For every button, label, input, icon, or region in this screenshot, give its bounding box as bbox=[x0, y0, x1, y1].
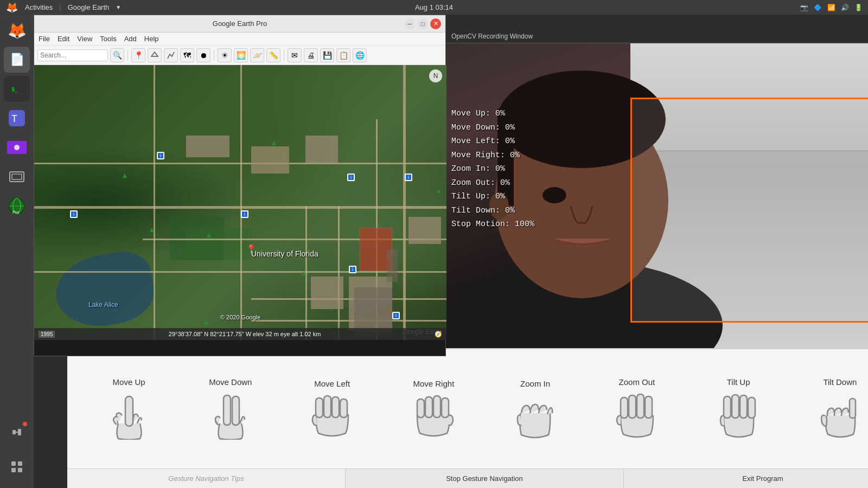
menu-view[interactable]: View bbox=[77, 35, 92, 43]
gesture-tilt-up: Tilt Up bbox=[695, 372, 782, 446]
exit-button[interactable]: Exit Program bbox=[624, 469, 868, 488]
toolbar-copy-image[interactable]: 📋 bbox=[336, 48, 350, 62]
sidebar-notif[interactable] bbox=[4, 419, 30, 445]
svg-text:T: T bbox=[11, 113, 17, 124]
tree-2: ▲ bbox=[148, 225, 156, 234]
svg-rect-43 bbox=[732, 395, 739, 418]
toolbar-sky[interactable]: 🌅 bbox=[234, 48, 248, 62]
toolbar-planets[interactable]: 🪐 bbox=[250, 48, 264, 62]
toolbar-email[interactable]: ✉ bbox=[288, 48, 302, 62]
info-marker-4: i bbox=[405, 174, 412, 181]
activities-label[interactable]: Activities bbox=[25, 3, 53, 11]
svg-rect-46 bbox=[850, 399, 856, 418]
menu-edit[interactable]: Edit bbox=[58, 35, 69, 43]
road-v2 bbox=[240, 65, 242, 340]
sidebar-files[interactable]: 📄 bbox=[4, 47, 30, 73]
menu-file[interactable]: File bbox=[39, 35, 50, 43]
gesture-label-3: Move Right bbox=[413, 379, 454, 388]
battery-icon[interactable]: 🔋 bbox=[854, 4, 863, 11]
tree-4: ▲ bbox=[300, 268, 308, 277]
teams-icon[interactable]: 🔷 bbox=[814, 4, 822, 11]
opencv-titlebar: OpenCV Recording Window ✕ bbox=[446, 29, 868, 43]
bottom-control-bar: Move Up bbox=[67, 348, 868, 488]
svg-rect-41 bbox=[645, 396, 652, 418]
gesture-icon-7 bbox=[820, 391, 860, 446]
search-input[interactable] bbox=[37, 49, 108, 61]
ge-menubar: File Edit View Tools Add Help bbox=[34, 33, 445, 46]
info-marker-5: i bbox=[392, 312, 400, 319]
minimize-button[interactable]: ─ bbox=[404, 18, 415, 29]
maximize-button[interactable]: □ bbox=[417, 18, 428, 29]
system-bar-right: 📷 🔷 📶 🔊 🔋 bbox=[800, 4, 863, 11]
search-button[interactable]: 🔍 bbox=[110, 48, 124, 62]
toolbar-record[interactable]: ⏺ bbox=[196, 48, 210, 62]
tree-5: ▲ bbox=[270, 138, 278, 147]
sidebar-terminal[interactable]: $_ bbox=[4, 76, 30, 102]
svg-text:$_: $_ bbox=[11, 86, 18, 93]
toolbar-polygon[interactable] bbox=[148, 48, 162, 62]
ge-window-title: Google Earth Pro bbox=[213, 20, 267, 28]
ge-app-arrow[interactable]: ▼ bbox=[116, 4, 121, 10]
compass[interactable]: N bbox=[429, 69, 442, 82]
gesture-label-4: Zoom In bbox=[520, 379, 550, 388]
system-bar-center: Aug 1 03:14 bbox=[415, 3, 453, 11]
wifi-icon[interactable]: 📶 bbox=[827, 4, 835, 11]
toolbar-measure[interactable]: 📏 bbox=[266, 48, 280, 62]
menu-add[interactable]: Add bbox=[124, 35, 137, 43]
svg-rect-39 bbox=[629, 395, 636, 418]
sidebar-teams[interactable]: T bbox=[4, 105, 30, 131]
svg-rect-35 bbox=[425, 397, 432, 418]
content-area: Google Earth Pro ─ □ ✕ File Edit View To… bbox=[34, 15, 868, 488]
menu-tools[interactable]: Tools bbox=[100, 35, 116, 43]
svg-rect-33 bbox=[340, 399, 347, 418]
opencv-window: OpenCV Recording Window ✕ bbox=[446, 29, 868, 355]
svg-point-5 bbox=[14, 145, 20, 150]
sidebar-screenshot[interactable] bbox=[4, 164, 30, 190]
nav-icon: 🧭 bbox=[435, 331, 442, 338]
sidebar-media[interactable] bbox=[4, 134, 30, 160]
map-background: ▲ ▲ ▲ ▲ ▲ ▲ ▲ i i i i i i i 📍 bbox=[34, 65, 446, 340]
webcam-feed bbox=[446, 43, 868, 355]
svg-rect-16 bbox=[18, 461, 22, 466]
toolbar-separator-2 bbox=[214, 50, 214, 61]
camera-icon[interactable]: 📷 bbox=[800, 4, 808, 11]
svg-rect-44 bbox=[740, 395, 747, 418]
toolbar-sun[interactable]: ☀ bbox=[218, 48, 232, 62]
map-container[interactable]: ▲ ▲ ▲ ▲ ▲ ▲ ▲ i i i i i i i 📍 bbox=[34, 65, 446, 340]
gesture-move-down: Move Down bbox=[187, 372, 274, 446]
gesture-label-0: Move Up bbox=[113, 377, 145, 387]
firefox-icon[interactable]: 🦊 bbox=[5, 1, 18, 14]
svg-rect-32 bbox=[332, 397, 339, 418]
sidebar-ge-pro[interactable]: Pro bbox=[4, 193, 30, 219]
toolbar-print[interactable]: 🖨 bbox=[304, 48, 318, 62]
toolbar-maps[interactable]: 🌐 bbox=[353, 48, 367, 62]
ge-window-controls: ─ □ ✕ bbox=[404, 18, 441, 29]
tips-button[interactable]: Gesture Navigation Tips bbox=[67, 469, 346, 488]
ge-app-label[interactable]: Google Earth bbox=[68, 3, 110, 11]
info-marker-6: i bbox=[70, 210, 78, 218]
toolbar-path[interactable] bbox=[164, 48, 178, 62]
toolbar-placemark[interactable]: 📍 bbox=[131, 48, 145, 62]
system-bar: 🦊 Activities | Google Earth ▼ Aug 1 03:1… bbox=[0, 0, 868, 15]
system-time: Aug 1 03:14 bbox=[415, 3, 453, 11]
tree-7: ▲ bbox=[436, 187, 442, 195]
toolbar-save-image[interactable]: 💾 bbox=[320, 48, 334, 62]
volume-icon[interactable]: 🔊 bbox=[841, 4, 849, 11]
info-marker-3: i bbox=[347, 174, 355, 181]
lake-label: Lake Alice bbox=[88, 301, 118, 309]
svg-rect-36 bbox=[433, 396, 441, 418]
stop-gesture-button[interactable]: Stop Gesture Navigation bbox=[346, 469, 624, 488]
toolbar-overlay[interactable]: 🗺 bbox=[180, 48, 194, 62]
gesture-label-6: Tilt Up bbox=[727, 377, 750, 387]
gesture-move-up: Move Up bbox=[86, 372, 173, 446]
sidebar-apps[interactable] bbox=[4, 454, 30, 480]
close-button[interactable]: ✕ bbox=[430, 18, 441, 29]
main-road-v1 bbox=[403, 65, 406, 340]
gesture-zoom-in: Zoom In bbox=[492, 374, 579, 445]
gesture-label-7: Tilt Down bbox=[823, 377, 857, 387]
menu-help[interactable]: Help bbox=[144, 35, 159, 43]
detection-box bbox=[630, 98, 868, 323]
svg-rect-18 bbox=[18, 468, 22, 472]
sidebar-firefox[interactable]: 🦊 bbox=[4, 17, 30, 43]
map-zoom-level: 1995 bbox=[39, 331, 55, 338]
